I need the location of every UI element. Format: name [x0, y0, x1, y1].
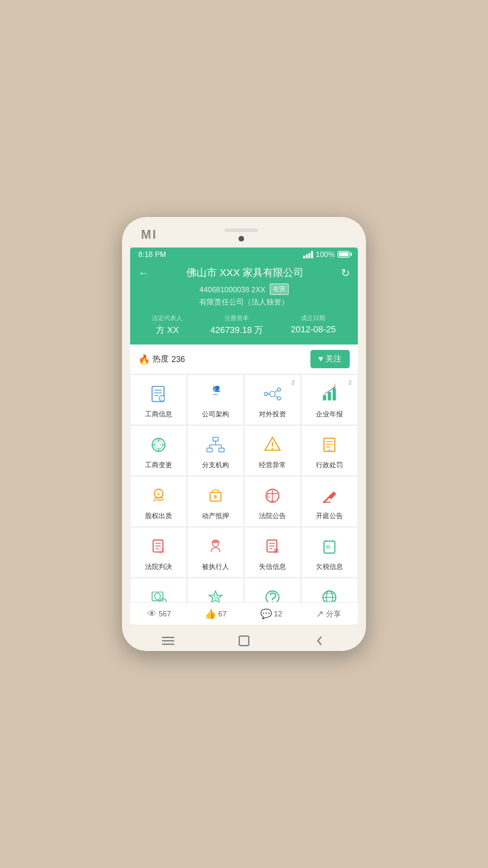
phone-menu-button[interactable] [160, 633, 176, 649]
svg-text:$: $ [333, 383, 336, 387]
comment-count[interactable]: 💬 12 [260, 608, 282, 619]
svg-text:¥: ¥ [157, 491, 161, 497]
grid-item-gonggao[interactable]: 法院公告 [244, 476, 301, 527]
svg-rect-29 [213, 437, 218, 441]
grid-item-biangeng[interactable]: 工商变更 [130, 425, 187, 476]
svg-point-24 [157, 443, 161, 447]
grid-item-kaiting[interactable]: 开庭公告 [301, 476, 358, 527]
shixin-icon [260, 534, 285, 559]
grid-item-diya[interactable]: $ 动产抵押 [187, 476, 244, 527]
stat-date-label: 成立日期 [291, 314, 336, 323]
grid-item-yuming[interactable]: 域名信息 [301, 578, 358, 602]
grid-item-zizhi[interactable]: ✓ 资质认定 [130, 578, 187, 602]
stat-date: 成立日期 2012-08-25 [291, 314, 336, 336]
svg-text:👤: 👤 [214, 385, 221, 392]
grid-item-guzhi[interactable]: ¥ 股权出质 [130, 476, 187, 527]
grid-item-fenzhi[interactable]: 分支机构 [187, 425, 244, 476]
hot-bar: 🔥 热度 236 ♥ 关注 [130, 344, 358, 374]
svg-point-85 [326, 591, 333, 602]
refresh-button[interactable]: ↻ [341, 267, 350, 279]
grid-item-rongyu[interactable]: 荣誉信息 [187, 578, 244, 602]
grid-item-label-fenzhi: 分支机构 [202, 460, 229, 470]
fire-icon: 🔥 [138, 354, 150, 365]
phone-frame: MI 8:18 PM 100% [122, 217, 366, 651]
grid-item-label-biangeng: 工商变更 [145, 460, 172, 470]
follow-button[interactable]: ♥ 关注 [310, 350, 350, 368]
yuming-icon [317, 585, 342, 602]
grid-item-gongshang[interactable]: i 工商信息 [130, 374, 187, 425]
grid-item-zhixing[interactable]: 被执行人 [187, 527, 244, 578]
signal-icon [303, 250, 313, 258]
gonggao-icon [260, 484, 285, 508]
svg-line-16 [275, 396, 277, 397]
thumb-icon: 👍 [205, 608, 216, 619]
grid-item-touzi[interactable]: 2 对外投资 [244, 374, 301, 425]
biangeng-icon [146, 433, 171, 457]
jiagou-icon: 👤 [203, 382, 228, 406]
grid-item-chufa[interactable]: 行政处罚 [301, 425, 358, 476]
grid-item-label-gonggao: 法院公告 [259, 511, 286, 521]
grid-item-label-chufa: 行政处罚 [316, 460, 343, 470]
company-title: 佛山市 XXX 家具有限公司 [149, 267, 341, 279]
kaiting-icon [317, 484, 342, 508]
grid-item-label-nianbao: 企业年报 [316, 410, 343, 419]
stat-legal-rep-value: 方 XX [152, 324, 182, 336]
grid-item-label-diya: 动产抵押 [202, 511, 229, 521]
hot-label: 热度 [152, 353, 169, 365]
company-id: 440681000038 2XX [199, 285, 265, 294]
share-label: 分享 [326, 609, 341, 619]
stat-capital: 注册资本 426739.18 万 [210, 314, 263, 336]
grid-item-label-qianshui: 欠税信息 [316, 562, 343, 572]
diya-icon: $ [203, 484, 228, 508]
status-time: 8:18 PM [138, 250, 166, 258]
stat-legal-rep: 法定代表人 方 XX [152, 314, 182, 336]
rongyu-icon [203, 585, 228, 602]
nianbao-icon: $ [317, 382, 342, 406]
phone-speaker [224, 229, 258, 232]
svg-text:✓: ✓ [161, 599, 165, 602]
grid-item-label-guzhi: 股权出质 [145, 511, 172, 521]
like-value: 67 [218, 610, 226, 618]
phone-back-button[interactable] [312, 633, 328, 649]
grid-item-jiagou[interactable]: 👤 公司架构 [187, 374, 244, 425]
grid-item-yichang[interactable]: 经营异常 [244, 425, 301, 476]
view-value: 567 [159, 610, 171, 618]
svg-text:税: 税 [326, 544, 331, 550]
grid-item-label-zhixing: 被执行人 [202, 562, 229, 572]
battery-icon [338, 251, 350, 258]
svg-rect-31 [219, 448, 224, 452]
hot-left: 🔥 热度 236 [138, 353, 185, 365]
grid-item-label-gongshang: 工商信息 [145, 410, 172, 419]
grid-item-label-yichang: 经营异常 [259, 460, 286, 470]
grid-item-nianbao[interactable]: 2 $ 企业年报 [301, 374, 358, 425]
svg-text:✓: ✓ [160, 549, 163, 554]
panjue-icon: ✓ [146, 534, 171, 559]
svg-line-55 [324, 496, 331, 502]
like-count[interactable]: 👍 67 [205, 608, 226, 619]
phone-home-button[interactable] [236, 633, 252, 649]
grid-item-panjue[interactable]: ✓ 法院判决 [130, 527, 187, 578]
comment-value: 12 [274, 610, 282, 618]
svg-point-10 [270, 391, 275, 397]
svg-point-23 [155, 441, 163, 450]
grid-item-zhishi[interactable]: 知识产权 [244, 578, 301, 602]
zizhi-icon: ✓ [146, 585, 171, 602]
company-stats: 法定代表人 方 XX 注册资本 426739.18 万 成立日期 2012-08… [138, 314, 350, 336]
svg-rect-30 [207, 448, 212, 452]
view-count[interactable]: 👁 567 [147, 608, 171, 619]
status-right: 100% [303, 250, 350, 258]
phone-screen: 8:18 PM 100% ← 佛山市 XXX 家具有限公司 ↻ [130, 248, 358, 625]
grid-item-label-touzi: 对外投资 [259, 410, 286, 419]
company-id-row: 440681000038 2XX 在营 [138, 283, 350, 295]
mi-logo: MI [141, 228, 157, 242]
qianshui-icon: 税 [317, 534, 342, 559]
grid-item-label-shixin: 失信信息 [259, 562, 286, 572]
back-button[interactable]: ← [138, 267, 149, 279]
share-button[interactable]: ↗ 分享 [316, 608, 341, 619]
grid-item-qianshui[interactable]: 税 欠税信息 [301, 527, 358, 578]
header: ← 佛山市 XXX 家具有限公司 ↻ 440681000038 2XX 在营 有… [130, 261, 358, 344]
touzi-icon [260, 382, 285, 406]
phone-bottom-nav [130, 625, 358, 653]
svg-point-38 [272, 448, 273, 449]
grid-item-shixin[interactable]: 失信信息 [244, 527, 301, 578]
